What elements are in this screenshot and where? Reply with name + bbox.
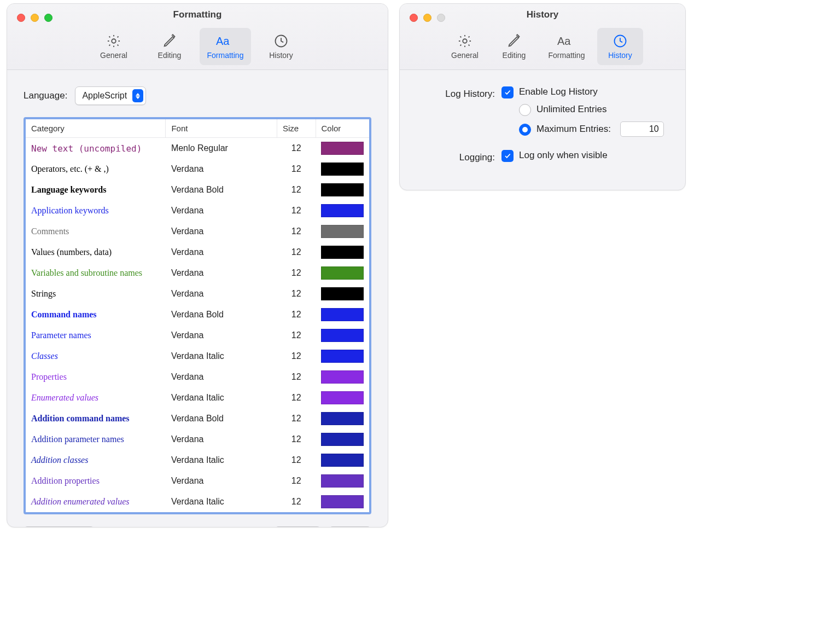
col-size[interactable]: Size (277, 119, 316, 138)
category-cell: Parameter names (26, 325, 166, 346)
font-cell: Verdana (166, 242, 277, 263)
color-swatch[interactable] (321, 204, 364, 217)
color-cell[interactable] (316, 242, 369, 263)
tab-history-label: History (608, 51, 632, 60)
color-swatch[interactable] (321, 495, 364, 508)
table-row[interactable]: Addition propertiesVerdana12 (26, 471, 369, 491)
color-swatch[interactable] (321, 412, 364, 425)
table-row[interactable]: Variables and subroutine namesVerdana12 (26, 263, 369, 283)
log-only-visible-checkbox[interactable] (501, 150, 514, 162)
table-row[interactable]: Addition command namesVerdana Bold12 (26, 408, 369, 429)
pencil-icon (506, 33, 522, 49)
color-swatch[interactable] (321, 329, 364, 342)
color-cell[interactable] (316, 325, 369, 346)
color-swatch[interactable] (321, 350, 364, 363)
tab-editing-label: Editing (158, 51, 182, 60)
color-swatch[interactable] (321, 287, 364, 300)
svg-point-3 (463, 39, 466, 43)
maximum-entries-radio[interactable] (519, 124, 531, 136)
font-cell: Verdana (166, 367, 277, 387)
color-cell[interactable] (316, 491, 369, 512)
formatting-table[interactable]: Category Font Size Color New text (uncom… (24, 117, 371, 514)
use-defaults-button[interactable]: Use Defaults (24, 526, 95, 527)
category-cell: Operators, etc. (+ & ,) (26, 159, 166, 179)
color-swatch[interactable] (321, 391, 364, 404)
col-font[interactable]: Font (166, 119, 277, 138)
tab-editing[interactable]: Editing (492, 28, 536, 65)
tab-formatting[interactable]: Aa Formatting (540, 28, 593, 65)
color-swatch[interactable] (321, 370, 364, 384)
color-swatch[interactable] (321, 308, 364, 321)
category-cell: Language keywords (26, 179, 166, 200)
table-row[interactable]: Application keywordsVerdana12 (26, 200, 369, 221)
color-swatch[interactable] (321, 163, 364, 176)
table-row[interactable]: Language keywordsVerdana Bold12 (26, 179, 369, 200)
tab-history[interactable]: History (597, 28, 643, 65)
color-cell[interactable] (316, 179, 369, 200)
size-cell: 12 (277, 221, 316, 242)
color-swatch[interactable] (321, 183, 364, 196)
table-row[interactable]: Values (numbers, data)Verdana12 (26, 242, 369, 263)
font-cell: Verdana Bold (166, 408, 277, 429)
table-header-row: Category Font Size Color (26, 119, 369, 138)
tab-history[interactable]: History (255, 28, 307, 65)
table-row[interactable]: Addition enumerated valuesVerdana Italic… (26, 491, 369, 512)
table-row[interactable]: PropertiesVerdana12 (26, 367, 369, 387)
tab-formatting[interactable]: Aa Formatting (200, 28, 251, 65)
table-row[interactable]: Addition parameter namesVerdana12 (26, 429, 369, 450)
enable-log-history-checkbox[interactable] (501, 86, 514, 98)
maximum-entries-label: Maximum Entries: (536, 124, 611, 134)
color-swatch[interactable] (321, 142, 364, 155)
svg-text:Aa: Aa (557, 35, 571, 47)
color-cell[interactable] (316, 283, 369, 304)
category-cell: New text (uncompiled) (26, 138, 166, 159)
maximum-entries-field[interactable]: 10 (620, 121, 664, 137)
color-cell[interactable] (316, 138, 369, 159)
revert-button[interactable]: Revert (275, 526, 321, 527)
color-swatch[interactable] (321, 266, 364, 280)
color-swatch[interactable] (321, 433, 364, 446)
table-row[interactable]: New text (uncompiled)Menlo Regular12 (26, 138, 369, 159)
tab-general[interactable]: General (442, 28, 488, 65)
tab-general-label: General (100, 51, 127, 60)
color-cell[interactable] (316, 367, 369, 387)
tab-editing[interactable]: Editing (144, 28, 195, 65)
color-cell[interactable] (316, 471, 369, 491)
unlimited-entries-radio[interactable] (519, 104, 531, 116)
color-cell[interactable] (316, 387, 369, 408)
color-cell[interactable] (316, 346, 369, 367)
unlimited-entries-label: Unlimited Entries (536, 104, 607, 114)
color-cell[interactable] (316, 159, 369, 179)
font-cell: Verdana Italic (166, 491, 277, 512)
color-cell[interactable] (316, 304, 369, 325)
table-row[interactable]: Command namesVerdana Bold12 (26, 304, 369, 325)
col-color[interactable]: Color (316, 119, 369, 138)
color-cell[interactable] (316, 429, 369, 450)
color-swatch[interactable] (321, 225, 364, 238)
table-row[interactable]: Addition classesVerdana Italic12 (26, 450, 369, 471)
font-cell: Verdana Bold (166, 304, 277, 325)
color-cell[interactable] (316, 263, 369, 283)
color-swatch[interactable] (321, 246, 364, 259)
category-cell: Comments (26, 221, 166, 242)
font-cell: Verdana (166, 471, 277, 491)
color-cell[interactable] (316, 200, 369, 221)
color-cell[interactable] (316, 221, 369, 242)
color-cell[interactable] (316, 408, 369, 429)
tab-general[interactable]: General (88, 28, 139, 65)
col-category[interactable]: Category (26, 119, 166, 138)
table-row[interactable]: Operators, etc. (+ & ,)Verdana12 (26, 159, 369, 179)
color-swatch[interactable] (321, 474, 364, 488)
table-row[interactable]: Enumerated valuesVerdana Italic12 (26, 387, 369, 408)
tab-formatting-label: Formatting (549, 51, 585, 60)
color-cell[interactable] (316, 450, 369, 471)
tab-editing-label: Editing (503, 51, 526, 60)
table-row[interactable]: CommentsVerdana12 (26, 221, 369, 242)
table-row[interactable]: StringsVerdana12 (26, 283, 369, 304)
color-swatch[interactable] (321, 454, 364, 467)
apply-button[interactable]: Apply (329, 526, 371, 527)
table-row[interactable]: Parameter namesVerdana12 (26, 325, 369, 346)
size-cell: 12 (277, 491, 316, 512)
table-row[interactable]: ClassesVerdana Italic12 (26, 346, 369, 367)
language-popup[interactable]: AppleScript (75, 86, 146, 105)
